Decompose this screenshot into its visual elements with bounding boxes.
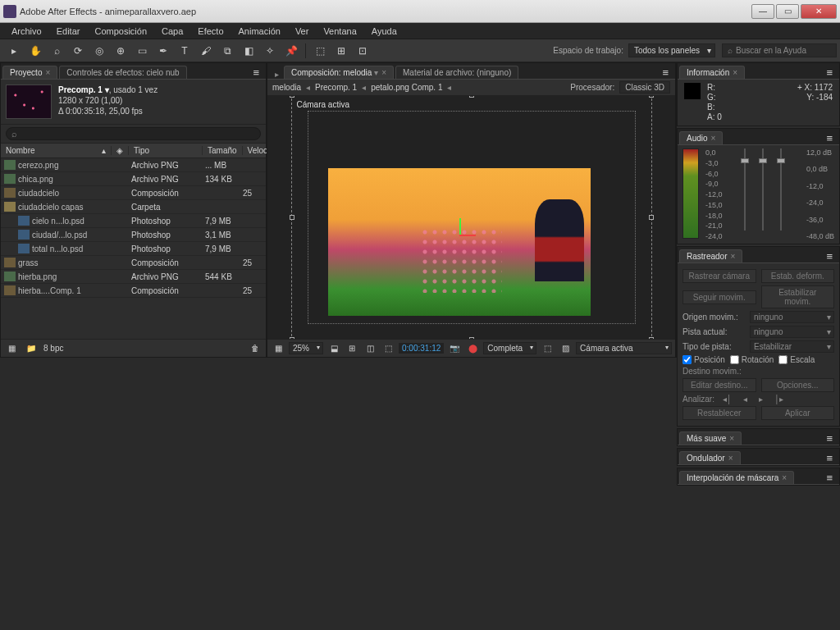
tool-puppet[interactable]: 📌 — [281, 42, 301, 60]
panel-menu-icon[interactable]: ≡ — [821, 66, 838, 79]
tab-tracker[interactable]: Rastreador× — [679, 249, 742, 262]
tab-footage-view[interactable]: Material de archivo: (ninguno) — [395, 66, 518, 79]
menu-window[interactable]: Ventana — [317, 25, 363, 38]
composition-viewport[interactable]: Cámara activa — [267, 96, 675, 339]
res-down-icon[interactable]: ⬓ — [326, 342, 341, 355]
tool-text[interactable]: T — [175, 42, 194, 60]
tool-rotate[interactable]: ⟳ — [68, 42, 88, 60]
track-camera-button[interactable]: Rastrear cámara — [682, 269, 756, 283]
options-button[interactable]: Opciones... — [761, 378, 835, 392]
stabilize-motion-button[interactable]: Estabilizar movim. — [761, 285, 835, 308]
zoom-dropdown[interactable]: 25% — [289, 342, 323, 354]
workspace-dropdown[interactable]: Todos los paneles — [628, 43, 715, 57]
menu-layer[interactable]: Capa — [155, 25, 189, 38]
tool-clone[interactable]: ⧉ — [217, 42, 237, 60]
panel-menu-icon[interactable]: ≡ — [821, 452, 838, 464]
new-folder-icon[interactable]: 📁 — [24, 342, 39, 355]
tab-project[interactable]: Proyecto× — [2, 66, 57, 79]
audio-slider-left[interactable] — [757, 148, 769, 231]
camera-view-dropdown[interactable]: Cámara activa — [576, 342, 672, 354]
edit-target-button[interactable]: Editar destino... — [682, 378, 756, 392]
analyze-back-start-icon[interactable]: ◂│ — [719, 395, 735, 404]
panel-menu-icon[interactable]: ≡ — [821, 250, 838, 262]
menu-edit[interactable]: Editar — [50, 25, 87, 38]
menu-file[interactable]: Archivo — [5, 25, 48, 38]
panel-menu-icon[interactable]: ≡ — [821, 472, 838, 484]
renderer-dropdown[interactable]: Classic 3D — [619, 81, 670, 94]
menu-animation[interactable]: Animación — [232, 25, 287, 38]
breadcrumb-item[interactable]: melodia — [272, 83, 301, 92]
tab-wiggler[interactable]: Ondulador× — [679, 451, 741, 464]
channel-icon[interactable]: ⬤ — [465, 342, 480, 355]
project-item[interactable]: cerezo.pngArchivo PNG... MB — [1, 158, 266, 172]
comp-flowchart-icon[interactable]: ▸ — [269, 70, 284, 79]
window-min-button[interactable]: — — [751, 4, 774, 19]
interpret-footage-icon[interactable]: ▦ — [4, 342, 19, 355]
tab-audio[interactable]: Audio× — [679, 131, 723, 144]
apply-button[interactable]: Aplicar — [761, 406, 835, 420]
project-item[interactable]: hierba.pngArchivo PNG544 KB — [1, 270, 266, 284]
always-preview-icon[interactable]: ▦ — [271, 342, 285, 355]
panel-menu-icon[interactable]: ≡ — [657, 66, 673, 79]
analyze-fwd-icon[interactable]: ▸ — [756, 395, 766, 404]
chk-position[interactable]: Posición — [682, 355, 725, 364]
analyze-back-icon[interactable]: ◂ — [740, 395, 751, 404]
tab-smoother[interactable]: Más suave× — [679, 431, 742, 445]
transparency-icon[interactable]: ▨ — [558, 342, 573, 355]
tab-effect-controls[interactable]: Controles de efectos: cielo nub — [59, 66, 186, 79]
chk-scale[interactable]: Escala — [778, 355, 815, 364]
window-max-button[interactable]: ▭ — [776, 4, 799, 19]
tool-world-axis[interactable]: ⊞ — [331, 42, 351, 60]
tool-selection[interactable]: ▸ — [4, 42, 24, 60]
project-item[interactable]: total n...lo.psdPhotoshop7,9 MB — [1, 242, 266, 256]
analyze-fwd-end-icon[interactable]: │▸ — [771, 395, 787, 404]
current-track-dropdown[interactable]: ninguno — [750, 326, 834, 338]
tab-composition-view[interactable]: Composición: melodia ▾× — [284, 66, 394, 79]
tool-brush[interactable]: 🖌 — [196, 42, 216, 60]
tool-shape[interactable]: ▭ — [132, 42, 152, 60]
roi-icon[interactable]: ⬚ — [540, 342, 555, 355]
comp-timecode[interactable]: 0:00:31:12 — [399, 343, 444, 354]
menu-composition[interactable]: Composición — [88, 25, 153, 38]
reset-button[interactable]: Restablecer — [682, 406, 756, 420]
panel-menu-icon[interactable]: ≡ — [821, 432, 838, 445]
audio-slider-link[interactable] — [739, 148, 751, 231]
tool-view-axis[interactable]: ⊡ — [353, 42, 372, 60]
tool-local-axis[interactable]: ⬚ — [310, 42, 330, 60]
project-item[interactable]: ciudad/...lo.psdPhotoshop3,1 MB — [1, 228, 266, 242]
breadcrumb-item[interactable]: Precomp. 1 — [315, 83, 357, 92]
tool-zoom[interactable]: ⌕ — [47, 42, 66, 60]
track-motion-button[interactable]: Seguir movim. — [682, 290, 756, 304]
tab-info[interactable]: Información× — [679, 66, 745, 79]
tool-hand[interactable]: ✋ — [25, 42, 45, 60]
motion-source-dropdown[interactable]: ninguno — [750, 311, 834, 323]
tool-eraser[interactable]: ◧ — [239, 42, 258, 60]
chk-rotation[interactable]: Rotación — [730, 355, 774, 364]
project-search-input[interactable] — [6, 127, 261, 140]
mask-icon[interactable]: ⬚ — [381, 342, 395, 355]
project-item[interactable]: grassComposición25 — [1, 256, 266, 270]
project-item[interactable]: ciudadcielo capasCarpeta — [1, 200, 266, 214]
resolution-dropdown[interactable]: Completa — [483, 342, 536, 354]
project-item[interactable]: hierba....Comp. 1Composición25 — [1, 284, 266, 298]
window-close-button[interactable]: ✕ — [801, 4, 837, 19]
snapshot-icon[interactable]: 📷 — [447, 342, 462, 355]
guides-icon[interactable]: ◫ — [363, 342, 377, 355]
breadcrumb-item[interactable]: petalo.png Comp. 1 — [371, 83, 442, 92]
project-item[interactable]: cielo n...lo.psdPhotoshop7,9 MB — [1, 214, 266, 228]
trash-icon[interactable]: 🗑 — [248, 342, 262, 355]
tab-mask-interp[interactable]: Interpolación de máscara× — [679, 471, 794, 484]
menu-help[interactable]: Ayuda — [365, 25, 404, 38]
project-item[interactable]: chica.pngArchivo PNG134 KB — [1, 172, 266, 186]
tool-roto[interactable]: ✧ — [260, 42, 280, 60]
panel-menu-icon[interactable]: ≡ — [248, 66, 264, 79]
menu-view[interactable]: Ver — [289, 25, 316, 38]
panel-menu-icon[interactable]: ≡ — [821, 132, 838, 144]
tool-pan-behind[interactable]: ⊕ — [111, 42, 130, 60]
warp-stabilize-button[interactable]: Estab. deform. — [761, 269, 835, 283]
tool-camera[interactable]: ◎ — [89, 42, 109, 60]
help-search-input[interactable]: Buscar en la Ayuda — [722, 43, 837, 57]
menu-effect[interactable]: Efecto — [191, 25, 230, 38]
project-item[interactable]: ciudadcieloComposición25 — [1, 186, 266, 200]
tool-pen[interactable]: ✒ — [153, 42, 173, 60]
